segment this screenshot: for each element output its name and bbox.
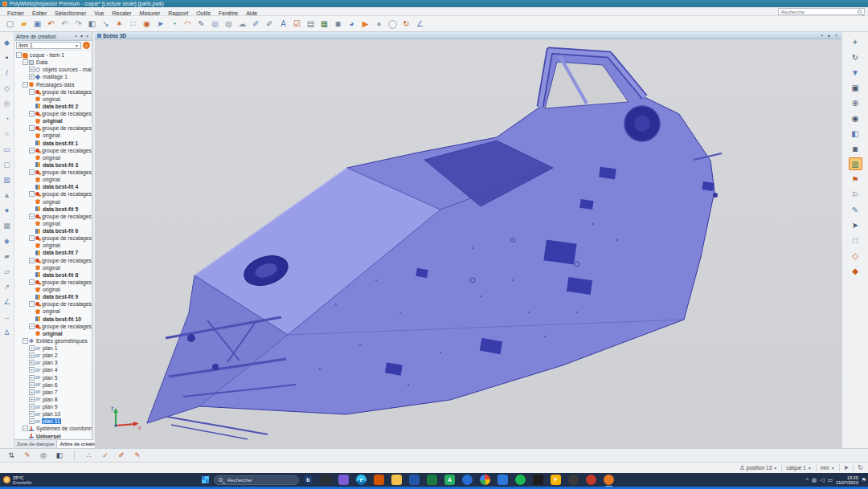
taskbar-search[interactable]: Rechercher — [214, 475, 299, 485]
caliper-icon[interactable]: A — [276, 18, 290, 31]
undo-icon[interactable]: ↶ — [44, 18, 58, 31]
probe-device-icon[interactable]: ✐ — [263, 18, 276, 31]
tree-expander-icon[interactable]: − — [23, 82, 28, 88]
tree-item[interactable]: −groupe de recalages 9 — [14, 257, 92, 264]
probe-icon[interactable]: ✐ — [249, 18, 263, 31]
mesh-icon[interactable]: ▦ — [2, 220, 13, 231]
tree-expander-icon[interactable]: + — [29, 375, 35, 381]
taskbar-app-app-f-icon[interactable]: F — [551, 475, 561, 485]
tree-expander-icon[interactable]: − — [23, 426, 28, 431]
tree-item[interactable]: +maillage 1 — [14, 73, 92, 80]
camera-icon[interactable]: ◙ — [331, 18, 345, 31]
scene-canvas[interactable]: z x — [95, 39, 841, 448]
eye-icon[interactable]: ◉ — [849, 112, 862, 124]
tree-item[interactable]: original — [14, 96, 92, 103]
tree-item[interactable]: −groupe de recalages 10 — [14, 279, 92, 286]
tree-item[interactable]: data best-fit 10 — [14, 316, 92, 323]
tree-item[interactable]: Universel — [14, 433, 92, 440]
tree-item[interactable]: data best-fit 8 — [14, 271, 92, 279]
redo-icon[interactable]: ↷ — [72, 18, 85, 31]
checklist-icon[interactable]: ☑ — [290, 18, 304, 31]
tree-expander-icon[interactable]: + — [29, 360, 35, 365]
tree-item[interactable]: original — [14, 330, 92, 337]
taskbar-app-bing-icon[interactable]: b — [303, 475, 313, 485]
tree-item[interactable]: data best-fit 9 — [14, 293, 92, 300]
tree-item[interactable]: −groupe de recalages 11 — [14, 300, 92, 308]
tree-item[interactable]: original — [14, 286, 92, 293]
brush-icon[interactable]: ✎ — [194, 18, 208, 31]
clapper-icon[interactable]: ◧ — [53, 450, 66, 461]
tree-expander-icon[interactable]: − — [29, 301, 35, 307]
menu-item-editer[interactable]: Éditer — [28, 10, 51, 16]
taskbar-app-app-dark-icon[interactable] — [568, 475, 579, 485]
taskbar-app-outlook-icon[interactable] — [497, 475, 508, 485]
menu-item-vue[interactable]: Vue — [90, 10, 108, 16]
new-file-icon[interactable]: ▢ — [3, 18, 17, 31]
tree-item[interactable]: data best-fit 2 — [14, 103, 92, 110]
chevron-up-icon[interactable]: ^ — [806, 477, 809, 483]
tree-item[interactable]: −Recalages data — [14, 81, 92, 88]
tree-expander-icon[interactable]: + — [29, 397, 35, 402]
taskbar-app-file-explorer-icon[interactable] — [391, 475, 402, 485]
taskbar-app-obsidian-icon[interactable] — [533, 475, 543, 485]
tree-expander-icon[interactable]: − — [23, 338, 28, 344]
tree-item[interactable]: original — [14, 220, 92, 227]
zoom-icon[interactable]: ⊕ — [849, 96, 862, 109]
chart-icon[interactable]: ∠ — [413, 18, 427, 31]
surface-icon[interactable]: ▰ — [2, 251, 13, 262]
grid-points-icon[interactable]: ∷ — [126, 18, 140, 31]
tree-expander-icon[interactable]: − — [29, 148, 35, 153]
volume-icon[interactable]: ◁ — [820, 477, 824, 483]
taskbar-app-excel-icon[interactable] — [427, 475, 437, 485]
network-icon[interactable]: ◍ — [812, 477, 817, 483]
tree-expander-icon[interactable]: − — [29, 169, 35, 175]
chevron-down-icon[interactable]: ▾ — [826, 33, 832, 39]
tree-item[interactable]: data best-fit 4 — [14, 183, 92, 190]
tree-item[interactable]: −groupe de recalages 3 — [14, 124, 92, 132]
tree-item[interactable]: −coque - item 1 — [14, 51, 92, 59]
taskbar-app-task-view-icon[interactable] — [321, 475, 331, 485]
flag-colored-icon[interactable]: ⚑ — [849, 173, 862, 185]
cone-icon[interactable]: ▲ — [2, 189, 13, 201]
chevron-down-icon[interactable]: ▾ — [79, 32, 84, 41]
menu-item-mesurer[interactable]: Mesurer — [136, 10, 165, 16]
taskbar-clock[interactable]: 13:20 21/07/2023 — [836, 475, 858, 485]
tree-item[interactable]: +plan 10 — [14, 410, 92, 418]
app-search-input[interactable] — [779, 10, 858, 14]
globe-icon[interactable]: ◔ — [167, 18, 181, 31]
tree-item[interactable]: −Systèmes de coordonnées — [14, 425, 92, 432]
tree-expander-icon[interactable]: + — [29, 352, 35, 358]
patch-icon[interactable]: ▱ — [2, 266, 13, 277]
undo-view-icon[interactable]: ↶ — [58, 18, 72, 31]
tab-dialog-zone[interactable]: Zone de dialogue — [14, 440, 57, 448]
pan-icon[interactable]: + — [849, 35, 862, 48]
tree-expander-icon[interactable]: − — [29, 279, 35, 285]
tree-expander-icon[interactable]: − — [29, 258, 35, 263]
import-icon[interactable]: ↘ — [99, 18, 113, 31]
menu-item-outils[interactable]: Outils — [192, 10, 215, 16]
tree-expander-icon[interactable]: + — [29, 67, 35, 72]
tree-item[interactable]: original — [14, 264, 92, 271]
edit-points-icon[interactable]: ✐ — [115, 450, 128, 461]
pin-feature-icon[interactable]: ➤ — [154, 18, 167, 31]
play-macro-icon[interactable]: ▶ — [358, 18, 372, 31]
tree-item[interactable]: −groupe de recalages 4 — [14, 147, 92, 154]
close-icon[interactable]: × — [84, 32, 90, 41]
tree-item[interactable]: original — [14, 242, 92, 249]
plane-primitive-icon[interactable]: ◆ — [2, 37, 13, 48]
taskbar-app-office-icon[interactable] — [338, 475, 349, 485]
units-selector[interactable]: mm▼ — [821, 465, 835, 471]
tree-item[interactable]: +plan 4 — [14, 366, 92, 373]
tree-expander-icon[interactable]: − — [23, 59, 28, 65]
position-selector[interactable]: position 13▼ — [747, 465, 777, 471]
tree-item[interactable]: +plan 7 — [14, 389, 92, 396]
select-volume-icon[interactable]: ◆ — [849, 264, 862, 277]
update-icon[interactable]: ↻ — [399, 18, 413, 31]
align-points-icon[interactable]: ✶ — [113, 18, 126, 31]
app-search[interactable] — [778, 8, 865, 15]
tree-item[interactable]: −groupe de recalages 8 — [14, 234, 92, 242]
tree-item[interactable]: +plan 3 — [14, 359, 92, 366]
notification-bell-icon[interactable]: ⚑ — [862, 477, 866, 483]
menu-item-rapport[interactable]: Rapport — [164, 10, 192, 16]
pin-icon[interactable]: ▪ — [73, 32, 79, 41]
